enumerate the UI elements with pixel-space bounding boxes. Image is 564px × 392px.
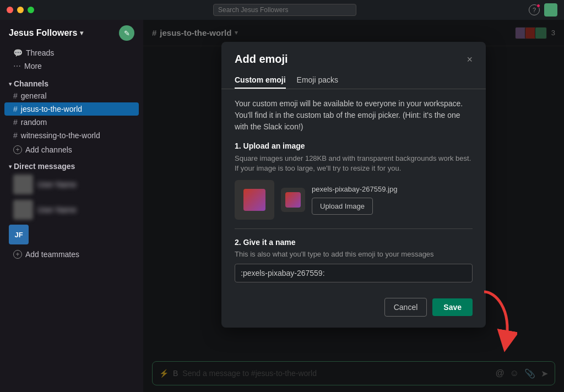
- sidebar-item-general[interactable]: # general: [4, 89, 139, 102]
- titlebar: ?: [0, 0, 564, 20]
- tab-custom-emoji[interactable]: Custom emoji: [235, 72, 286, 89]
- sidebar: Jesus Followers ▾ ✎ 💬 Threads ⋯ More ▾ C…: [0, 20, 143, 392]
- help-icon[interactable]: ?: [529, 4, 540, 15]
- modal-description: Your custom emoji will be available to e…: [235, 98, 473, 133]
- upload-area: pexels-pixabay-267559.jpg Upload Image: [235, 180, 473, 220]
- modal-overlay: Add emoji × Custom emoji Emoji packs You…: [143, 20, 564, 392]
- upload-section-title: 1. Upload an image: [235, 141, 473, 150]
- add-emoji-modal: Add emoji × Custom emoji Emoji packs You…: [221, 42, 486, 328]
- emoji-image-small: [285, 192, 301, 208]
- dm-section-header[interactable]: ▾ Direct messages: [0, 157, 143, 172]
- user-avatar[interactable]: [544, 3, 557, 17]
- cancel-button[interactable]: Cancel: [384, 298, 427, 317]
- close-icon[interactable]: ×: [467, 55, 473, 64]
- emoji-preview-small: [281, 188, 305, 212]
- hash-icon: #: [13, 131, 18, 140]
- upload-info: pexels-pixabay-267559.jpg Upload Image: [312, 185, 397, 215]
- add-channels-button[interactable]: + Add channels: [4, 143, 139, 156]
- titlebar-right: ?: [529, 3, 557, 17]
- sidebar-header: Jesus Followers ▾ ✎: [0, 20, 143, 44]
- dm-user-row-1[interactable]: User Name: [4, 173, 139, 196]
- modal-title: Add emoji: [235, 53, 288, 66]
- maximize-button[interactable]: [28, 7, 34, 13]
- name-section-subtitle: This is also what you'll type to add thi…: [235, 250, 473, 258]
- add-teammates-button[interactable]: + Add teammates: [4, 248, 139, 261]
- modal-footer: Cancel Save: [221, 291, 486, 328]
- upload-image-button[interactable]: Upload Image: [312, 198, 373, 215]
- arrow-icon: ▾: [9, 164, 12, 170]
- arrow-icon: ▾: [9, 81, 12, 87]
- divider: [235, 228, 473, 229]
- user-initials-avatar[interactable]: JF: [9, 225, 29, 244]
- emoji-preview: [235, 180, 274, 220]
- name-section-title: 2. Give it a name: [235, 238, 473, 247]
- close-button[interactable]: [7, 7, 13, 13]
- workspace-name[interactable]: Jesus Followers ▾: [9, 28, 83, 38]
- threads-icon: 💬: [13, 48, 23, 57]
- chevron-down-icon: ▾: [80, 29, 83, 37]
- modal-body: Your custom emoji will be available to e…: [221, 89, 486, 291]
- red-arrow: [468, 286, 517, 358]
- modal-header: Add emoji ×: [221, 42, 486, 66]
- minimize-button[interactable]: [17, 7, 24, 13]
- search-bar: [41, 4, 529, 16]
- dm-user-row-2[interactable]: User Name: [4, 198, 139, 221]
- dm-name: User Name: [37, 180, 77, 189]
- hash-icon: #: [13, 118, 18, 127]
- app-body: Jesus Followers ▾ ✎ 💬 Threads ⋯ More ▾ C…: [0, 20, 564, 392]
- plus-icon: +: [13, 250, 22, 259]
- emoji-name-input[interactable]: [235, 264, 473, 282]
- sidebar-item-jesus-to-the-world[interactable]: # jesus-to-the-world: [4, 102, 139, 116]
- channels-section-header[interactable]: ▾ Channels: [0, 75, 143, 89]
- emoji-image-preview: [243, 189, 265, 211]
- save-button[interactable]: Save: [432, 298, 473, 316]
- sidebar-item-more[interactable]: ⋯ More: [4, 59, 139, 73]
- dm-avatar: [13, 175, 33, 194]
- modal-tabs: Custom emoji Emoji packs: [221, 66, 486, 89]
- dm-avatar: [13, 200, 33, 220]
- compose-button[interactable]: ✎: [119, 25, 134, 41]
- hash-icon: #: [13, 105, 18, 113]
- sidebar-item-random[interactable]: # random: [4, 116, 139, 129]
- traffic-lights: [7, 7, 34, 13]
- main-content: # jesus-to-the-world ▾ 3 Add emoji ×: [143, 20, 564, 392]
- hash-icon: #: [13, 91, 18, 100]
- dm-name: User Name: [37, 205, 77, 214]
- tab-emoji-packs[interactable]: Emoji packs: [297, 72, 338, 89]
- upload-section-subtitle: Square images under 128KB and with trans…: [235, 154, 473, 173]
- upload-filename: pexels-pixabay-267559.jpg: [312, 185, 397, 193]
- sidebar-item-witnessing[interactable]: # witnessing-to-the-world: [4, 129, 139, 142]
- sidebar-nav: 💬 Threads ⋯ More: [0, 44, 143, 75]
- search-input[interactable]: [213, 4, 356, 16]
- sidebar-item-threads[interactable]: 💬 Threads: [4, 46, 139, 59]
- plus-icon: +: [13, 145, 22, 154]
- more-icon: ⋯: [13, 62, 21, 70]
- notification-dot: [536, 4, 540, 8]
